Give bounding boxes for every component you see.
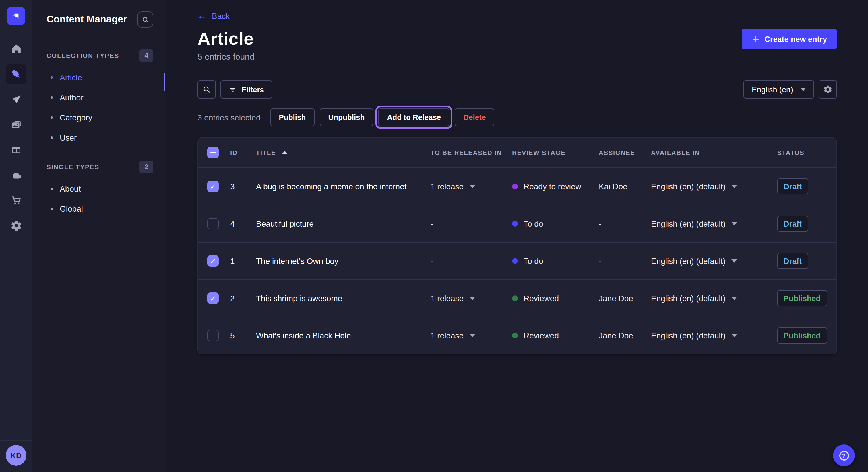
sidebar-item-label: About [60,184,81,193]
column-header-title[interactable]: TITLE [256,149,431,156]
check-icon: ✓ [210,295,216,302]
cart-icon [10,194,22,206]
bullet-icon [51,207,53,210]
user-avatar[interactable]: KD [6,445,26,466]
table-row[interactable]: ✓ 3 A bug is becoming a meme on the inte… [198,167,836,205]
row-checkbox[interactable]: ✓ [207,255,219,267]
status-badge: Draft [777,216,808,232]
row-checkbox[interactable]: ✓ [207,293,219,304]
nav-item-deploy[interactable] [6,165,26,185]
add-to-release-button[interactable]: Add to Release [378,108,450,126]
publish-button[interactable]: Publish [270,108,314,126]
nav-item-media-library[interactable] [6,114,26,135]
column-header-available[interactable]: AVAILABLE IN [651,149,777,156]
home-icon [10,43,22,55]
collection-types-section: COLLECTION TYPES 4 Article Author Catego… [46,49,153,147]
row-assignee: - [599,219,651,228]
row-stage: Reviewed [524,294,559,303]
row-id: 2 [230,294,256,303]
help-icon: ? [839,450,849,460]
row-id: 4 [230,219,256,228]
status-badge: Published [777,328,827,343]
nav-item-marketplace[interactable] [6,190,26,210]
row-locale-control[interactable]: English (en) (default) [651,331,737,340]
row-release-control[interactable]: 1 release [431,294,475,303]
row-release-control[interactable]: 1 release [431,331,475,340]
column-header-status[interactable]: STATUS [777,149,827,156]
plus-icon [751,35,760,43]
entries-count-text: 5 entries found [197,52,837,61]
sidebar-item-about[interactable]: About [46,178,153,198]
row-title: What's inside a Black Hole [256,331,431,340]
column-header-assignee[interactable]: ASSIGNEE [599,149,651,156]
table-row[interactable]: 4 Beautiful picture - To do - English (e… [198,205,836,242]
sidebar-title: Content Manager [46,14,127,25]
column-header-stage[interactable]: REVIEW STAGE [512,149,599,156]
bullet-icon [51,96,53,98]
check-icon: ✓ [210,183,216,190]
column-header-id[interactable]: ID [230,149,256,156]
search-button[interactable] [197,80,216,99]
strapi-logo[interactable] [7,7,25,25]
paper-plane-icon [10,93,22,105]
single-types-section: SINGLE TYPES 2 About Global [46,160,153,218]
row-locale-control[interactable]: English (en) (default) [651,294,737,303]
sidebar-search-button[interactable] [137,11,153,28]
row-checkbox[interactable]: ✓ [207,181,219,192]
row-locale-control[interactable]: English (en) (default) [651,182,737,191]
nav-item-releases[interactable] [6,89,26,109]
sidebar-item-category[interactable]: Category [46,107,153,127]
help-button[interactable]: ? [833,444,855,466]
nav-item-home[interactable] [6,38,26,59]
row-release-control[interactable]: 1 release [431,182,475,191]
locale-select[interactable]: English (en) [744,80,814,99]
layout-icon [10,144,22,156]
section-label: COLLECTION TYPES [46,52,119,59]
row-checkbox[interactable] [207,330,219,341]
column-header-release[interactable]: TO BE RELEASED IN [431,149,512,156]
nav-item-content-manager[interactable] [6,64,26,84]
chevron-down-icon [469,185,475,188]
stage-dot [512,333,518,338]
row-id: 5 [230,331,256,340]
table-row[interactable]: ✓ 1 The internet's Own boy - To do - Eng… [198,242,836,279]
row-locale-control[interactable]: English (en) (default) [651,256,737,266]
table-row[interactable]: ✓ 2 This shrimp is awesome 1 release Rev… [198,279,836,316]
view-settings-button[interactable] [818,80,837,99]
row-locale-control[interactable]: English (en) (default) [651,219,737,228]
row-id: 3 [230,182,256,191]
back-link[interactable]: ← Back [197,11,229,21]
nav-item-content-type-builder[interactable] [6,139,26,160]
table-row[interactable]: 5 What's inside a Black Hole 1 release R… [198,316,836,354]
delete-button[interactable]: Delete [455,108,494,126]
filters-button[interactable]: Filters [220,80,272,99]
entries-table: ID TITLE TO BE RELEASED IN REVIEW STAGE … [197,137,837,355]
bullet-icon [51,116,53,119]
gear-icon [823,85,832,94]
chevron-down-icon [732,222,737,225]
nav-item-settings[interactable] [6,215,26,236]
select-all-checkbox[interactable] [207,147,219,158]
create-new-entry-button[interactable]: Create new entry [741,29,837,49]
chevron-down-icon [469,334,475,337]
sidebar-item-author[interactable]: Author [46,87,153,107]
row-title: Beautiful picture [256,219,431,228]
chevron-down-icon [732,259,737,263]
unpublish-button[interactable]: Unpublish [319,108,373,126]
row-id: 1 [230,256,256,266]
cloud-icon [10,169,22,181]
chevron-down-icon [800,88,806,91]
status-badge: Draft [777,253,808,269]
row-release-control: - [431,256,433,266]
sidebar-item-label: Global [60,204,83,213]
chevron-down-icon [732,297,737,300]
row-assignee: Kai Doe [599,182,651,191]
sidebar-item-user[interactable]: User [46,127,153,147]
status-badge: Draft [777,178,808,194]
row-checkbox[interactable] [207,218,219,229]
sidebar-item-article[interactable]: Article [46,67,153,87]
stage-dot [512,295,518,301]
sidebar-item-global[interactable]: Global [46,198,153,218]
strapi-logo-icon [10,10,22,22]
row-assignee: - [599,256,651,266]
